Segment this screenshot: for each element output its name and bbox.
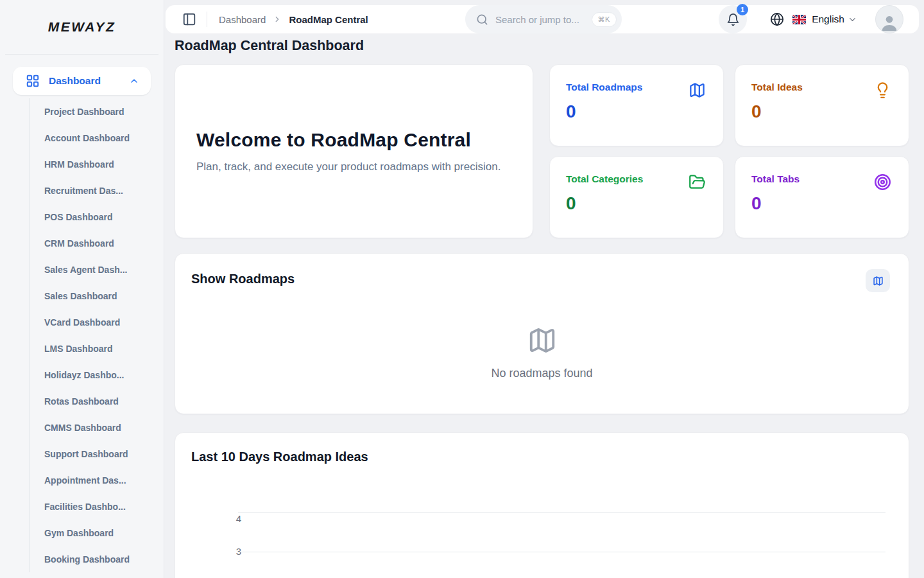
sidebar-subitem[interactable]: VCard Dashboard (30, 309, 164, 335)
chevron-up-icon (129, 76, 139, 86)
sidebar-subitem[interactable]: Account Dashboard (30, 125, 164, 151)
breadcrumb-parent[interactable]: Dashboard (219, 14, 266, 25)
sidebar-subitem[interactable]: Rotas Dashboard (30, 388, 164, 414)
sidebar-subitem[interactable]: Sales Agent Dash... (30, 256, 164, 283)
chevron-down-icon (848, 15, 857, 24)
roadmaps-empty-state: No roadmaps found (175, 326, 909, 380)
breadcrumb-current: RoadMap Central (289, 14, 368, 25)
sidebar-subitem[interactable]: LMS Dashboard (30, 335, 164, 362)
stat-value: 0 (751, 193, 891, 214)
stats-grid: Total Roadmaps 0 Total Ideas 0 (549, 64, 909, 238)
show-roadmaps-title: Show Roadmaps (191, 272, 890, 286)
language-selector[interactable]: English (812, 13, 844, 25)
sidebar-subitem[interactable]: POS Dashboard (30, 204, 164, 230)
globe-icon[interactable] (770, 12, 784, 26)
header-center: Search or jump to... ⌘K (368, 5, 719, 33)
stat-label: Total Roadmaps (566, 82, 706, 93)
main-area: Dashboard RoadMap Central Search or jump… (164, 0, 924, 578)
sidebar-subitem[interactable]: CRM Dashboard (30, 230, 164, 256)
stat-value: 0 (566, 193, 706, 214)
chart-title: Last 10 Days Roadmap Ideas (191, 450, 909, 464)
stat-value: 0 (751, 101, 891, 122)
roadmaps-empty-message: No roadmaps found (175, 367, 909, 380)
search-placeholder: Search or jump to... (495, 14, 592, 25)
stat-value: 0 (566, 101, 706, 122)
sidebar-subitem[interactable]: Project Dashboard (30, 98, 164, 125)
sidebar: MEWAYZ Dashboard Project DashboardAccoun… (0, 0, 164, 578)
header-right: 1 English (719, 5, 903, 33)
bell-icon (726, 13, 740, 26)
sidebar-subitem[interactable]: Recruitment Das... (30, 177, 164, 204)
roadmaps-view-button[interactable] (866, 269, 890, 292)
welcome-subtitle: Plan, track, and execute your product ro… (196, 161, 511, 173)
sidebar-subitem[interactable]: Support Dashboard (30, 441, 164, 467)
top-header: Dashboard RoadMap Central Search or jump… (166, 5, 919, 33)
sidebar-submenu: Project DashboardAccount DashboardHRM Da… (30, 98, 164, 572)
stat-card-total-roadmaps: Total Roadmaps 0 (549, 64, 724, 146)
stat-card-total-tabs: Total Tabs 0 (735, 156, 909, 238)
lightbulb-icon (874, 82, 891, 99)
map-icon (527, 326, 557, 355)
sidebar-item-dashboard[interactable]: Dashboard (13, 67, 151, 95)
ideas-chart-card: Last 10 Days Roadmap Ideas 432 (175, 432, 909, 578)
welcome-title: Welcome to RoadMap Central (196, 129, 511, 151)
stat-label: Total Tabs (751, 173, 891, 185)
page-content: RoadMap Central Dashboard Welcome to Roa… (164, 33, 924, 578)
welcome-card: Welcome to RoadMap Central Plan, track, … (175, 64, 533, 238)
sidebar-item-label: Dashboard (49, 75, 129, 87)
brand-logo-wrap: MEWAYZ (0, 0, 164, 54)
chart-plot-area: 432 (191, 472, 909, 578)
header-divider (207, 12, 207, 27)
folder-open-icon (689, 173, 706, 191)
sidebar-subitem[interactable]: Sales Dashboard (30, 283, 164, 309)
chevron-right-icon (273, 15, 282, 24)
sidebar-subitem[interactable]: Appointment Das... (30, 467, 164, 493)
top-grid: Welcome to RoadMap Central Plan, track, … (175, 64, 909, 238)
sidebar-toggle-button[interactable] (182, 12, 196, 26)
stat-label: Total Ideas (751, 82, 891, 93)
sidebar-subitem[interactable]: CMMS Dashboard (30, 414, 164, 441)
notification-count-badge: 1 (737, 4, 748, 15)
search-input[interactable]: Search or jump to... ⌘K (465, 5, 622, 33)
sidebar-subitem[interactable]: Holidayz Dashbo... (30, 362, 164, 388)
brand-logo: MEWAYZ (48, 19, 116, 35)
sidebar-subitem[interactable]: Facilities Dashbo... (30, 493, 164, 520)
map-icon (873, 276, 884, 286)
page-title: RoadMap Central Dashboard (175, 38, 909, 54)
header-left: Dashboard RoadMap Central (182, 12, 368, 27)
sidebar-subitem[interactable]: HRM Dashboard (30, 151, 164, 177)
show-roadmaps-card: Show Roadmaps No roadmaps found (175, 253, 909, 414)
target-icon (874, 173, 891, 191)
layout-grid-icon (26, 74, 40, 88)
sidebar-subitem[interactable]: Gym Dashboard (30, 520, 164, 546)
notifications-button[interactable]: 1 (719, 5, 747, 33)
user-avatar[interactable] (875, 5, 903, 33)
search-shortcut-badge: ⌘K (592, 12, 617, 27)
stat-card-total-categories: Total Categories 0 (549, 156, 724, 238)
sidebar-subitem[interactable]: Booking Dashboard (30, 546, 164, 572)
map-icon (689, 82, 706, 99)
stat-label: Total Categories (566, 173, 706, 185)
search-icon (476, 13, 488, 26)
sidebar-divider (5, 54, 158, 55)
stat-card-total-ideas: Total Ideas 0 (735, 64, 909, 146)
y-axis-tick-label: 4 (222, 513, 241, 524)
uk-flag-icon (792, 15, 806, 24)
